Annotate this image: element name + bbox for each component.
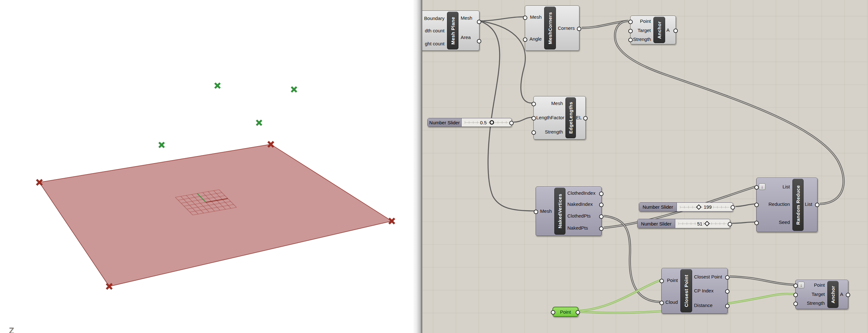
input-nub[interactable] [794,293,798,297]
output-port-label: EL [576,114,582,121]
slider-track[interactable]: 199 [677,203,733,211]
output-port-label: Corners [558,25,575,31]
axis-gizmo-z-label[interactable]: Z [9,326,14,333]
input-port-label: ght count [422,41,444,47]
input-nub[interactable] [531,116,536,121]
output-nub[interactable] [599,192,603,196]
app-window: Z [0,0,868,333]
output-nub[interactable] [599,227,603,231]
component-nakedvertices[interactable]: NakedVertices Mesh ClothedIndex NakedInd… [536,187,601,236]
window-divider[interactable] [413,0,422,333]
slider-value: 51 [696,221,704,227]
output-nub[interactable] [599,203,603,207]
input-nub[interactable] [794,284,798,288]
mesh-plane-surface[interactable] [39,144,392,287]
input-port-label: Point [633,18,651,25]
wire-closestpoint-to-anchor2-point[interactable] [730,276,794,285]
rhino-viewport[interactable]: Z [0,0,413,333]
input-nub[interactable] [754,203,759,207]
input-nub[interactable] [551,310,555,314]
point-param[interactable]: Point [552,307,579,317]
output-nub[interactable] [509,121,514,125]
output-nub[interactable] [725,304,730,308]
output-nub[interactable] [846,293,850,297]
slider-name[interactable]: Number Slider [638,219,675,228]
wire-randomreduce-list-to-anchor-point[interactable] [615,21,843,204]
component-label: Anchor [656,21,662,39]
component-closest-point[interactable]: Closest Point Point Cloud Closest Point … [661,268,728,314]
input-nub[interactable] [659,279,664,283]
component-label: Mesh Plane [450,17,456,45]
component-label-cap[interactable]: Anchor [827,281,838,308]
input-port-label: Reduction [759,201,790,207]
output-nub[interactable] [815,203,819,207]
wire-slider51-to-seed[interactable] [732,222,755,223]
input-nub[interactable] [659,301,664,305]
grasshopper-canvas[interactable]: Mesh Plane Boundary dth count ght count … [422,0,868,333]
input-port-label: Angle [528,36,541,42]
number-slider-reduction[interactable]: Number Slider 199 [639,202,733,211]
input-nub[interactable] [628,20,633,24]
input-nub[interactable] [523,15,527,20]
component-label: Closest Point [684,275,689,307]
input-nub[interactable] [794,302,798,306]
output-nub[interactable] [583,116,588,121]
wire-slider05-to-lengthfactor[interactable] [514,118,532,122]
output-nub[interactable] [599,214,603,219]
output-nub[interactable] [725,289,730,294]
slider-track[interactable]: 0.5 [462,118,512,127]
input-port-label: Strength [798,300,825,306]
wire-slider199-to-reduction[interactable] [735,204,755,206]
output-nub[interactable] [477,20,481,24]
input-nub[interactable] [531,130,536,135]
output-nub[interactable] [731,205,735,210]
component-random-reduce[interactable]: Random Reduce ↓ List Reduction Seed List [756,177,817,232]
input-nub[interactable] [531,102,536,106]
number-slider-seed[interactable]: Number Slider 51 [637,219,730,228]
component-label: MeshCorners [547,12,553,44]
slider-track[interactable]: 51 [675,219,730,228]
point-param-label: Point [560,309,571,314]
input-nub[interactable] [754,221,759,225]
component-anchor-top[interactable]: Anchor Point Target Strength A [630,15,676,44]
wire-point-to-closestpoint-point[interactable] [580,280,660,311]
component-anchor-bottom[interactable]: Anchor ↓ Point Target Strength A [795,280,848,309]
slider-knob[interactable] [696,204,702,210]
output-port-label: Closest Point [694,274,722,280]
component-label-cap[interactable]: EdgeLengths [565,97,576,138]
slider-name[interactable]: Number Slider [428,118,462,127]
input-nub[interactable] [628,38,633,42]
output-nub[interactable] [725,275,730,280]
input-nub[interactable] [534,210,538,214]
output-nub[interactable] [577,27,581,31]
number-slider-lengthfactor[interactable]: Number Slider 0.5 [427,118,512,127]
input-nub[interactable] [523,37,527,42]
component-label-cap[interactable]: MeshCorners [544,7,556,49]
output-nub[interactable] [728,222,732,227]
output-nub[interactable] [673,29,678,33]
component-meshcorners[interactable]: MeshCorners Mesh Angle Corners [525,5,580,51]
component-label-cap[interactable]: Closest Point [680,269,692,312]
component-label-cap[interactable]: Mesh Plane [447,12,459,49]
output-port-label: List [805,201,812,207]
slider-knob[interactable] [490,120,494,125]
component-edgelengths[interactable]: EdgeLengths Mesh LengthFactor Strength E… [533,96,586,139]
output-port-label: NakedPts [567,225,588,231]
input-port-label: List [759,184,790,190]
component-label-cap[interactable]: Random Reduce [793,179,804,231]
component-label-cap[interactable]: NakedVertices [554,188,565,235]
component-mesh-plane[interactable]: Mesh Plane Boundary dth count ght count … [422,10,479,51]
input-port-label: dth count [422,28,444,34]
input-port-label: Boundary [422,15,444,22]
output-port-label: ClothedPts [567,213,591,219]
wire-clothedpts-to-closestpoint-cloud[interactable] [604,216,660,302]
slider-knob[interactable] [705,221,710,227]
component-label: EdgeLengths [568,102,574,134]
component-label-cap[interactable]: Anchor [653,17,665,43]
target-point-markers[interactable] [159,83,297,147]
slider-name[interactable]: Number Slider [639,203,677,211]
output-nub[interactable] [477,39,481,43]
output-nub[interactable] [576,310,580,314]
input-nub[interactable] [754,185,759,190]
input-nub[interactable] [628,29,633,33]
